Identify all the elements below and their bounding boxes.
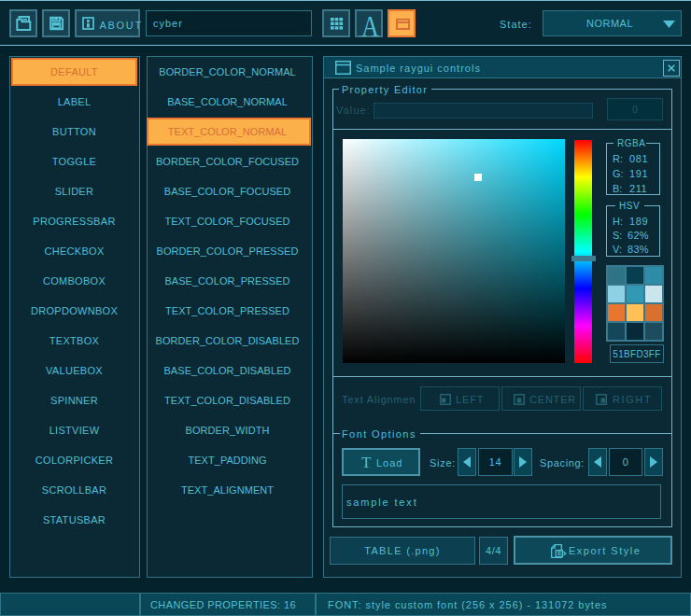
svg-text:E: E	[557, 550, 562, 556]
